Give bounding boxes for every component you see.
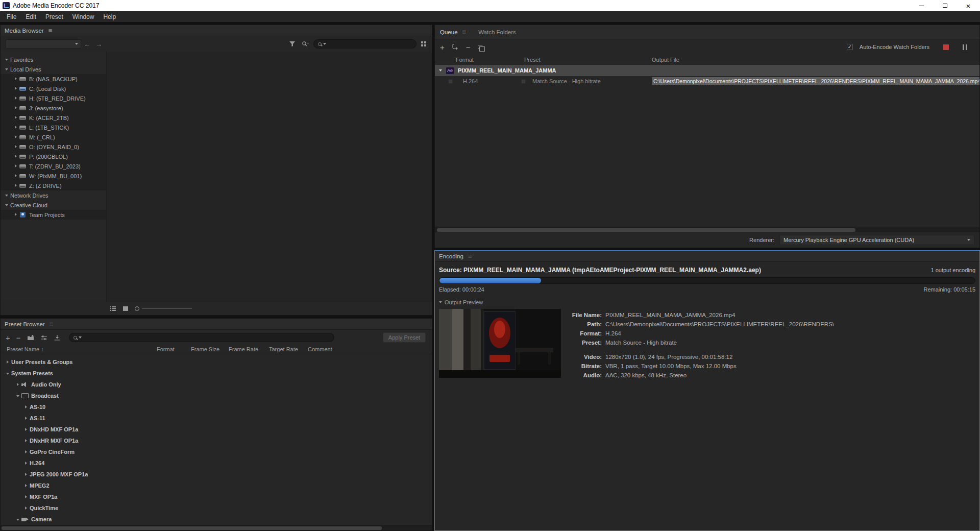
tree-chevron-icon[interactable]: [13, 143, 19, 150]
tab-watch-folders[interactable]: Watch Folders: [478, 29, 516, 35]
tree-chevron-icon[interactable]: [13, 114, 19, 121]
output-preset-link[interactable]: Match Source - High bitrate: [532, 78, 601, 84]
add-source-button[interactable]: +: [440, 43, 445, 51]
output-preview-toggle[interactable]: Output Preview: [439, 299, 975, 305]
apply-preset-button[interactable]: Apply Preset: [383, 332, 426, 343]
media-tree-item[interactable]: O: (OYEN_RAID_0): [1, 142, 106, 152]
preset-tree-item[interactable]: JPEG 2000 MXF OP1a: [1, 469, 432, 480]
preset-horizontal-scrollbar[interactable]: [1, 525, 432, 530]
preset-tree-item[interactable]: H.264: [1, 457, 432, 469]
maximize-button[interactable]: [933, 0, 957, 11]
tree-chevron-icon[interactable]: [23, 505, 30, 512]
media-tree-item[interactable]: M: (_CRL): [1, 132, 106, 142]
media-tree-item[interactable]: Team Projects: [1, 210, 106, 220]
media-tree-item[interactable]: Network Drives: [1, 190, 106, 200]
menu-item[interactable]: Edit: [21, 11, 41, 22]
tree-chevron-icon[interactable]: [4, 202, 10, 208]
media-tree-item[interactable]: Creative Cloud: [1, 200, 106, 210]
preset-tree-item[interactable]: QuickTime: [1, 502, 432, 514]
column-header[interactable]: Comment: [308, 346, 332, 352]
media-tree-item[interactable]: Local Drives: [1, 64, 106, 74]
duplicate-button[interactable]: [478, 45, 482, 49]
tree-chevron-icon[interactable]: [23, 494, 30, 500]
preset-tree-item[interactable]: DNxHR MXF OP1a: [1, 435, 432, 446]
preset-status-box[interactable]: [521, 79, 526, 84]
tree-chevron-icon[interactable]: [15, 516, 21, 523]
tree-chevron-icon[interactable]: [13, 105, 19, 111]
media-tree-item[interactable]: T: (ZDRV_BU_2023): [1, 161, 106, 171]
preset-tree-item[interactable]: Broadcast: [1, 390, 432, 401]
media-tree-item[interactable]: B: (NAS_BACKUP): [1, 74, 106, 84]
panel-menu-icon[interactable]: ≡: [462, 29, 467, 35]
tree-chevron-icon[interactable]: [13, 134, 19, 140]
renderer-dropdown[interactable]: Mercury Playback Engine GPU Acceleration…: [779, 235, 974, 245]
tree-chevron-icon[interactable]: [23, 404, 30, 411]
tree-chevron-icon[interactable]: [13, 124, 19, 131]
media-tree-item[interactable]: C: (Local Disk): [1, 84, 106, 93]
tree-chevron-icon[interactable]: [4, 192, 10, 199]
menu-item[interactable]: Window: [68, 11, 99, 22]
tree-chevron-icon[interactable]: [15, 393, 21, 399]
column-header[interactable]: Preset Name: [7, 346, 44, 352]
panel-menu-icon[interactable]: ≡: [468, 253, 472, 259]
media-browser-header[interactable]: Media Browser ≡: [1, 25, 432, 36]
tree-chevron-icon[interactable]: [23, 415, 30, 422]
zoom-slider-knob[interactable]: [135, 306, 139, 311]
preset-tree-item[interactable]: User Presets & Groups: [1, 356, 432, 368]
media-search-field[interactable]: [313, 39, 416, 49]
tree-chevron-icon[interactable]: [23, 471, 30, 478]
preset-search-input[interactable]: [84, 334, 330, 341]
zoom-slider[interactable]: [135, 306, 192, 312]
back-arrow-button[interactable]: ←: [81, 40, 93, 48]
tree-chevron-icon[interactable]: [23, 482, 30, 489]
tree-chevron-icon[interactable]: [5, 370, 11, 377]
output-format-link[interactable]: H.264: [463, 78, 478, 84]
tree-chevron-icon[interactable]: [4, 56, 10, 63]
preset-tree-item[interactable]: MPEG2: [1, 480, 432, 491]
tree-chevron-icon[interactable]: [13, 153, 19, 160]
preset-tree-item[interactable]: MXF OP1a: [1, 491, 432, 502]
queue-source-row[interactable]: Ae PIXMM_REEL_MAIN_MAMA_JAMMA: [435, 65, 979, 76]
media-tree-item[interactable]: W: (PixMM_BU_001): [1, 171, 106, 181]
preset-settings-icon[interactable]: [40, 335, 47, 341]
media-search-input[interactable]: [329, 41, 412, 47]
tree-chevron-icon[interactable]: [23, 426, 30, 433]
tree-chevron-icon[interactable]: [13, 163, 19, 170]
stop-queue-button[interactable]: [943, 44, 949, 50]
media-tree-item[interactable]: Favorites: [1, 55, 106, 64]
tree-chevron-icon[interactable]: [13, 76, 19, 82]
list-view-icon[interactable]: [110, 306, 116, 311]
pause-queue-button[interactable]: [963, 44, 967, 50]
tree-chevron-icon[interactable]: [13, 211, 19, 218]
import-preset-icon[interactable]: [54, 335, 61, 341]
column-header[interactable]: Output File: [652, 57, 679, 63]
media-source-dropdown[interactable]: [6, 39, 81, 49]
queue-output-row[interactable]: H.264 Match Source - High bitrate C:\Use…: [435, 76, 979, 87]
preset-tree-item[interactable]: Audio Only: [1, 379, 432, 390]
media-tree-item[interactable]: H: (5TB_RED_DRIVE): [1, 93, 106, 103]
remove-preset-button[interactable]: −: [16, 334, 21, 342]
preset-tree-item[interactable]: System Presets: [1, 368, 432, 379]
preset-tree-item[interactable]: AS-10: [1, 401, 432, 413]
column-header[interactable]: Frame Size: [191, 346, 219, 352]
scrollbar-thumb[interactable]: [437, 228, 855, 232]
tree-chevron-icon[interactable]: [15, 381, 21, 388]
thumbnail-view-icon[interactable]: [122, 306, 129, 311]
media-tree-item[interactable]: P: (200GBLOL): [1, 152, 106, 161]
minimize-button[interactable]: [910, 0, 933, 11]
output-status-box[interactable]: [448, 79, 453, 84]
column-header[interactable]: Format: [456, 57, 474, 63]
add-output-button[interactable]: [452, 44, 459, 50]
media-tree-item[interactable]: K: (ACER_2TB): [1, 113, 106, 123]
add-preset-button[interactable]: +: [6, 334, 10, 342]
tree-chevron-icon[interactable]: [13, 173, 19, 179]
encoding-header[interactable]: Encoding ≡: [435, 251, 979, 262]
media-tree-item[interactable]: J: (easystore): [1, 103, 106, 113]
tree-chevron-icon[interactable]: [23, 460, 30, 467]
panel-grid-icon[interactable]: [421, 41, 427, 47]
menu-item[interactable]: Help: [99, 11, 120, 22]
preset-tree-item[interactable]: Camera: [1, 514, 432, 525]
media-tree-item[interactable]: Z: (Z DRIVE): [1, 181, 106, 190]
column-header[interactable]: Preset: [524, 57, 541, 63]
media-tree-item[interactable]: L: (1TB_STICK): [1, 123, 106, 132]
